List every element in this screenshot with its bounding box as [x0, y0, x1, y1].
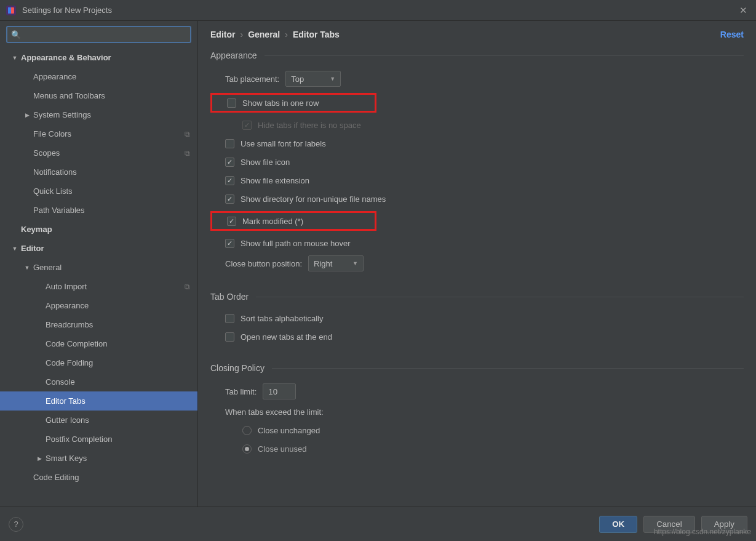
- label-small-font: Use small font for labels: [241, 139, 326, 148]
- arrow-placeholder: ▶: [23, 150, 31, 156]
- sidebar-item-auto-import[interactable]: ▶Auto Import⧉: [0, 277, 197, 296]
- checkbox-mark-modified[interactable]: [227, 217, 236, 226]
- radio-close-unchanged[interactable]: [242, 426, 252, 435]
- checkbox-show-directory[interactable]: [225, 194, 234, 204]
- row-sort-alpha: Sort tabs alphabetically: [210, 309, 744, 327]
- svg-rect-2: [8, 7, 11, 14]
- search-input[interactable]: [23, 30, 186, 39]
- sidebar-item-menus-and-toolbars[interactable]: ▶Menus and Toolbars: [0, 86, 197, 105]
- label-close-unused: Close unused: [258, 444, 307, 454]
- label-open-new-end: Open new tabs at the end: [241, 332, 332, 342]
- section-tab-order-label: Tab Order: [210, 292, 249, 302]
- sidebar-item-smart-keys[interactable]: ▶Smart Keys: [0, 449, 197, 468]
- section-appearance-label: Appearance: [210, 50, 257, 60]
- close-btn-pos-value: Right: [314, 259, 332, 268]
- row-tab-limit: Tab limit:: [210, 380, 744, 403]
- scope-icon: ⧉: [185, 130, 190, 138]
- checkbox-sort-alpha[interactable]: [225, 314, 234, 323]
- sidebar-item-label: Console: [46, 377, 75, 387]
- reset-link[interactable]: Reset: [720, 30, 744, 39]
- sidebar-item-editor-tabs[interactable]: ▶Editor Tabs: [0, 391, 197, 411]
- settings-sidebar: 🔍 ▼Appearance & Behavior▶Appearance▶Menu…: [0, 21, 198, 507]
- sidebar-item-postfix-completion[interactable]: ▶Postfix Completion: [0, 430, 197, 449]
- sidebar-item-code-folding[interactable]: ▶Code Folding: [0, 353, 197, 372]
- sidebar-item-label: Smart Keys: [46, 454, 87, 463]
- sidebar-item-label: System Settings: [33, 110, 91, 119]
- arrow-placeholder: ▶: [23, 131, 31, 137]
- window-title: Settings for New Projects: [22, 6, 112, 15]
- arrow-placeholder: ▶: [36, 341, 43, 347]
- arrow-placeholder: ▶: [36, 436, 43, 443]
- breadcrumb-editor[interactable]: Editor: [210, 30, 235, 39]
- label-file-ext: Show file extension: [241, 176, 309, 185]
- sidebar-item-gutter-icons[interactable]: ▶Gutter Icons: [0, 411, 197, 430]
- row-when-exceed: When tabs exceed the limit:: [210, 403, 744, 421]
- sidebar-item-code-completion[interactable]: ▶Code Completion: [0, 334, 197, 353]
- sidebar-item-console[interactable]: ▶Console: [0, 372, 197, 391]
- row-file-ext: Show file extension: [210, 171, 744, 190]
- apply-button[interactable]: Apply: [701, 516, 747, 533]
- section-tab-order: Tab Order: [210, 292, 744, 302]
- radio-close-unused[interactable]: [242, 444, 252, 454]
- sidebar-item-label: Gutter Icons: [46, 415, 89, 425]
- sidebar-item-label: Editor Tabs: [46, 396, 86, 406]
- sidebar-item-quick-lists[interactable]: ▶Quick Lists: [0, 182, 197, 201]
- sidebar-item-label: Keymap: [21, 225, 52, 234]
- settings-content: Appearance Tab placement: Top ▼ Show tab…: [198, 46, 756, 507]
- sidebar-item-label: Code Completion: [46, 339, 107, 348]
- scope-icon: ⧉: [185, 283, 190, 291]
- tab-limit-input[interactable]: [263, 383, 296, 399]
- breadcrumb-general[interactable]: General: [248, 30, 280, 39]
- sidebar-item-notifications[interactable]: ▶Notifications: [0, 162, 197, 182]
- sidebar-item-label: Code Folding: [46, 358, 93, 367]
- when-exceed-label: When tabs exceed the limit:: [225, 407, 324, 417]
- tab-placement-label: Tab placement:: [225, 74, 279, 84]
- close-icon[interactable]: ✕: [737, 2, 750, 18]
- section-closing-policy-label: Closing Policy: [210, 363, 265, 373]
- help-button[interactable]: ?: [9, 517, 23, 532]
- chevron-right-icon: ›: [285, 30, 288, 39]
- sidebar-item-keymap[interactable]: ▶Keymap: [0, 220, 197, 239]
- sidebar-item-appearance-behavior[interactable]: ▼Appearance & Behavior: [0, 48, 197, 67]
- label-show-tabs-one-row: Show tabs in one row: [242, 98, 319, 108]
- sidebar-item-label: Breadcrumbs: [46, 320, 93, 329]
- sidebar-item-breadcrumbs[interactable]: ▶Breadcrumbs: [0, 315, 197, 334]
- tab-placement-select[interactable]: Top ▼: [285, 71, 341, 87]
- title-bar: Settings for New Projects ✕: [0, 0, 756, 21]
- arrow-placeholder: ▶: [36, 379, 43, 385]
- row-close-unchanged: Close unchanged: [210, 421, 744, 439]
- checkbox-file-ext[interactable]: [225, 176, 234, 185]
- sidebar-item-label: Appearance: [33, 72, 76, 81]
- chevron-right-icon: ▶: [36, 455, 43, 462]
- ok-button[interactable]: OK: [599, 516, 637, 533]
- sidebar-item-appearance[interactable]: ▶Appearance: [0, 296, 197, 315]
- arrow-placeholder: ▶: [11, 226, 18, 233]
- checkbox-full-path-hover[interactable]: [225, 239, 234, 248]
- sidebar-item-label: Notifications: [33, 167, 77, 177]
- arrow-placeholder: ▶: [36, 398, 43, 404]
- sidebar-item-code-editing[interactable]: ▶Code Editing: [0, 468, 197, 487]
- checkbox-hide-no-space: [242, 121, 252, 130]
- sidebar-item-label: General: [33, 263, 62, 272]
- checkbox-small-font[interactable]: [225, 139, 234, 148]
- row-file-icon: Show file icon: [210, 153, 744, 171]
- sidebar-item-editor[interactable]: ▼Editor: [0, 239, 197, 258]
- arrow-placeholder: ▶: [36, 284, 43, 290]
- sidebar-item-path-variables[interactable]: ▶Path Variables: [0, 201, 197, 220]
- search-box[interactable]: 🔍: [6, 26, 191, 43]
- sidebar-item-general[interactable]: ▼General: [0, 258, 197, 277]
- checkbox-show-tabs-one-row[interactable]: [227, 98, 236, 108]
- tab-limit-label: Tab limit:: [225, 387, 257, 396]
- close-btn-pos-select[interactable]: Right ▼: [308, 255, 364, 271]
- sidebar-item-file-colors[interactable]: ▶File Colors⧉: [0, 124, 197, 143]
- section-appearance: Appearance: [210, 50, 744, 60]
- arrow-placeholder: ▶: [23, 188, 31, 194]
- cancel-button[interactable]: Cancel: [643, 516, 695, 533]
- main-header: Editor › General › Editor Tabs Reset: [198, 21, 756, 46]
- sidebar-item-appearance[interactable]: ▶Appearance: [0, 67, 197, 86]
- sidebar-item-scopes[interactable]: ▶Scopes⧉: [0, 143, 197, 162]
- sidebar-item-system-settings[interactable]: ▶System Settings: [0, 105, 197, 124]
- checkbox-file-icon[interactable]: [225, 158, 234, 167]
- checkbox-open-new-end[interactable]: [225, 332, 234, 342]
- row-show-tabs-one-row: Show tabs in one row: [210, 90, 744, 116]
